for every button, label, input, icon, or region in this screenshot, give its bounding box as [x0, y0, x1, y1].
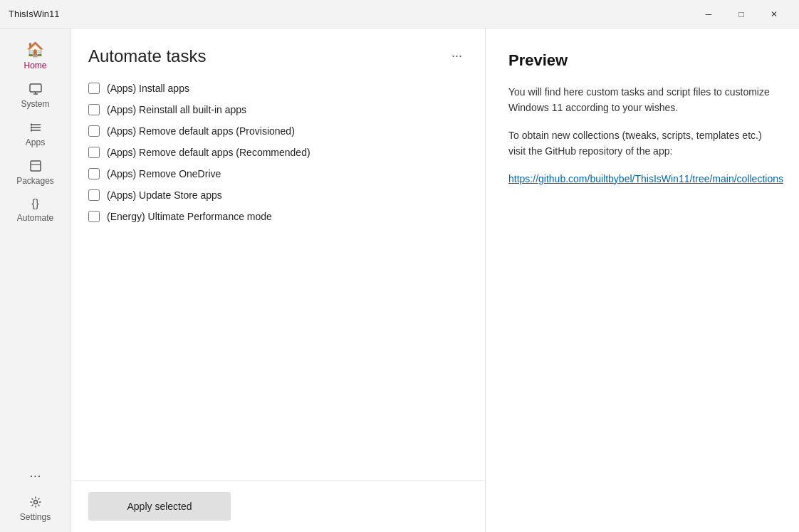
- sidebar-item-packages-label: Packages: [16, 176, 54, 186]
- window-controls: ─ □ ✕: [692, 0, 790, 28]
- svg-rect-7: [31, 127, 32, 129]
- checklist-checkbox[interactable]: [88, 147, 100, 158]
- list-item[interactable]: (Energy) Ultimate Performance mode: [88, 206, 474, 227]
- sidebar-item-automate[interactable]: {} Automate: [4, 192, 66, 227]
- automate-icon: {}: [31, 197, 39, 210]
- sidebar-item-settings-label: Settings: [20, 512, 51, 522]
- system-icon: [28, 82, 43, 96]
- left-panel: Automate tasks ··· (Apps) Install apps(A…: [71, 28, 486, 532]
- preview-title: Preview: [508, 51, 776, 70]
- sidebar-item-home[interactable]: 🏠 Home: [4, 35, 66, 75]
- sidebar-item-settings[interactable]: Settings: [4, 489, 66, 526]
- close-button[interactable]: ✕: [758, 0, 790, 28]
- app-title: ThisIsWin11: [9, 9, 60, 19]
- more-dots-icon: ···: [29, 467, 41, 484]
- checklist-item-label: (Apps) Reinstall all built-in apps: [107, 104, 246, 115]
- checklist-checkbox[interactable]: [88, 168, 100, 179]
- content-area: Automate tasks ··· (Apps) Install apps(A…: [71, 28, 799, 532]
- checklist-checkbox[interactable]: [88, 104, 100, 115]
- left-panel-footer: Apply selected: [71, 480, 485, 532]
- apps-icon: [28, 120, 43, 135]
- checklist-item-label: (Energy) Ultimate Performance mode: [107, 211, 272, 222]
- checklist-item-label: (Apps) Remove default apps (Provisioned): [107, 125, 295, 137]
- checklist-item-label: (Apps) Remove default apps (Recommended): [107, 147, 310, 158]
- checklist-checkbox[interactable]: [88, 83, 100, 94]
- sidebar-item-automate-label: Automate: [17, 213, 53, 223]
- svg-point-11: [33, 501, 37, 504]
- list-item[interactable]: (Apps) Install apps: [88, 78, 474, 99]
- apply-selected-button[interactable]: Apply selected: [88, 492, 231, 521]
- list-item[interactable]: (Apps) Remove default apps (Recommended): [88, 142, 474, 163]
- preview-paragraph-1: You will find here custom tasks and scri…: [508, 84, 776, 116]
- titlebar: ThisIsWin11 ─ □ ✕: [0, 0, 799, 28]
- sidebar-item-system-label: System: [21, 99, 49, 109]
- checklist-item-label: (Apps) Remove OneDrive: [107, 168, 221, 179]
- list-item[interactable]: (Apps) Update Store apps: [88, 184, 474, 206]
- preview-paragraph-2: To obtain new collections (tweaks, scrip…: [508, 127, 776, 160]
- svg-rect-6: [31, 124, 32, 126]
- checklist-checkbox[interactable]: [88, 211, 100, 222]
- list-item[interactable]: (Apps) Remove OneDrive: [88, 163, 474, 184]
- list-item[interactable]: (Apps) Reinstall all built-in apps: [88, 99, 474, 120]
- sidebar: 🏠 Home System: [0, 28, 71, 532]
- home-icon: 🏠: [26, 41, 44, 58]
- list-item[interactable]: (Apps) Remove default apps (Provisioned): [88, 120, 474, 142]
- github-link[interactable]: https://github.com/builtbybel/ThisIsWin1…: [508, 171, 776, 187]
- checklist-container: (Apps) Install apps(Apps) Reinstall all …: [71, 78, 485, 480]
- sidebar-item-apps[interactable]: Apps: [4, 115, 66, 152]
- checklist-checkbox[interactable]: [88, 125, 100, 137]
- maximize-button[interactable]: □: [725, 0, 758, 28]
- sidebar-item-packages[interactable]: Packages: [4, 153, 66, 190]
- sidebar-more-button[interactable]: ···: [4, 461, 66, 488]
- left-panel-header: Automate tasks ···: [71, 28, 485, 78]
- settings-icon: [28, 495, 43, 509]
- minimize-button[interactable]: ─: [692, 0, 725, 28]
- right-panel: Preview You will find here custom tasks …: [486, 28, 799, 532]
- svg-rect-8: [31, 130, 32, 132]
- sidebar-item-home-label: Home: [24, 61, 46, 71]
- svg-rect-0: [30, 84, 41, 92]
- packages-icon: [28, 159, 43, 173]
- checklist-item-label: (Apps) Install apps: [107, 83, 189, 94]
- sidebar-item-apps-label: Apps: [26, 137, 45, 147]
- app-body: 🏠 Home System: [0, 28, 799, 532]
- sidebar-item-system[interactable]: System: [4, 76, 66, 113]
- context-menu-button[interactable]: ···: [446, 46, 468, 66]
- checklist-item-label: (Apps) Update Store apps: [107, 189, 222, 201]
- svg-rect-9: [31, 161, 41, 171]
- page-title: Automate tasks: [88, 46, 206, 66]
- checklist-checkbox[interactable]: [88, 189, 100, 201]
